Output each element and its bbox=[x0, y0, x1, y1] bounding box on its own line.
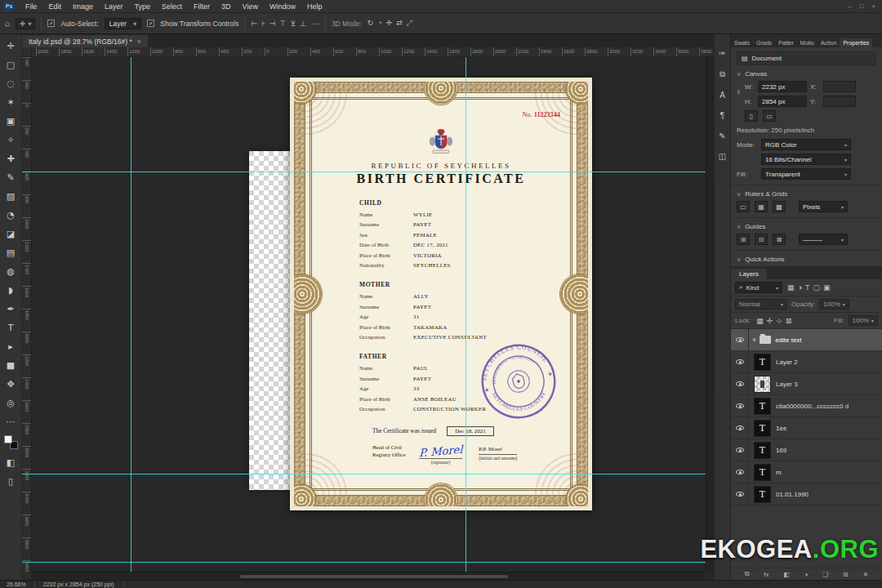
menu-item[interactable]: Window bbox=[264, 0, 301, 13]
link-layers-icon[interactable]: ⧉ bbox=[745, 570, 750, 578]
window-control-button[interactable]: × bbox=[871, 2, 875, 10]
new-layer-icon[interactable]: ⊞ bbox=[843, 571, 849, 578]
guides-section-header[interactable]: ∨ Guides bbox=[737, 223, 876, 230]
auto-select-target-dropdown[interactable]: Layer ▾ bbox=[105, 18, 142, 29]
3d-scale-icon[interactable]: ⤢ bbox=[407, 19, 412, 28]
window-control-button[interactable]: – bbox=[848, 2, 851, 10]
layer-effects-icon[interactable]: fx bbox=[764, 571, 768, 578]
guide-vertical[interactable] bbox=[131, 57, 131, 580]
type-tool[interactable]: T bbox=[1, 318, 20, 337]
quick-actions-section-header[interactable]: ∨ Quick Actions bbox=[737, 256, 876, 263]
layer-row[interactable]: ∨ 169 bbox=[731, 439, 882, 461]
layer-mask-icon[interactable]: ◧ bbox=[783, 571, 790, 578]
fill-field[interactable]: 100% ▾ bbox=[849, 315, 878, 326]
adjustment-layer-icon[interactable]: ◑ bbox=[804, 571, 808, 578]
vertical-scrollbar[interactable] bbox=[706, 57, 714, 572]
rulers-grids-section-header[interactable]: ∨ Rulers & Grids bbox=[737, 190, 876, 198]
menu-item[interactable]: Help bbox=[301, 0, 328, 13]
blur-tool[interactable]: ◍ bbox=[1, 262, 20, 281]
layer-visibility-toggle[interactable] bbox=[731, 329, 749, 350]
show-transform-checkbox[interactable]: ✓ bbox=[147, 20, 154, 27]
color-mode-dropdown[interactable]: RGB Color ▾ bbox=[761, 139, 851, 150]
close-icon[interactable]: × bbox=[137, 38, 141, 46]
grid-toggle-icon[interactable]: ▦ bbox=[755, 201, 768, 212]
add-guide-icon[interactable]: ⊞ bbox=[737, 234, 750, 245]
landscape-orientation-button[interactable]: ▭ bbox=[763, 110, 776, 122]
foreground-color-swatch[interactable] bbox=[4, 435, 12, 443]
history-brush-tool[interactable]: ◔ bbox=[1, 206, 20, 225]
more-options-icon[interactable]: ⋯ bbox=[312, 20, 319, 28]
canvas[interactable]: 4002000200400600800100012001400160018002… bbox=[22, 57, 714, 580]
guide-horizontal[interactable] bbox=[22, 172, 714, 172]
adjustment-filter-icon[interactable]: ◑ bbox=[798, 283, 802, 292]
guide-horizontal[interactable] bbox=[22, 562, 714, 563]
hand-tool[interactable]: ✥ bbox=[1, 375, 20, 394]
menu-item[interactable]: Layer bbox=[99, 0, 129, 13]
3d-roll-icon[interactable]: ◔ bbox=[377, 19, 381, 28]
pen-tool[interactable]: ✒ bbox=[1, 300, 20, 318]
layer-row[interactable]: ∨ Layer 2 bbox=[731, 351, 882, 373]
layer-visibility-toggle[interactable] bbox=[731, 395, 749, 416]
gradient-tool[interactable]: ▤ bbox=[1, 243, 20, 262]
layer-row[interactable]: ∨ edite text bbox=[731, 329, 882, 351]
layer-visibility-toggle[interactable] bbox=[731, 483, 749, 505]
lock-transparency-icon[interactable]: ▦ bbox=[756, 317, 764, 325]
screen-mode-button[interactable]: ▯ bbox=[1, 472, 20, 491]
color-swatches[interactable] bbox=[4, 435, 18, 449]
quick-mask-button[interactable]: ◧ bbox=[1, 453, 20, 472]
portrait-orientation-button[interactable]: ▯ bbox=[745, 110, 758, 122]
crop-tool[interactable]: ▣ bbox=[1, 112, 20, 131]
auto-select-checkbox[interactable]: ✓ bbox=[47, 20, 55, 27]
move-tool-preset[interactable]: ✛ ▾ bbox=[16, 18, 35, 29]
guide-style-dropdown[interactable]: ——— ▾ bbox=[799, 234, 848, 245]
scrollbar-thumb[interactable] bbox=[713, 186, 714, 392]
character-panel-icon[interactable]: A bbox=[719, 91, 725, 100]
group-expand-caret[interactable]: ∨ bbox=[752, 336, 756, 343]
more-tools[interactable]: ⋯ bbox=[1, 412, 20, 431]
link-dimensions-icon[interactable]: ∞ bbox=[735, 90, 742, 95]
shape-filter-icon[interactable]: ▢ bbox=[813, 283, 820, 292]
window-control-button[interactable]: □ bbox=[859, 2, 863, 10]
guide-horizontal[interactable] bbox=[22, 474, 714, 474]
canvas-fill-dropdown[interactable]: Transparent ▾ bbox=[761, 168, 851, 180]
width-field[interactable]: 2232 px bbox=[758, 81, 807, 92]
properties-document-header[interactable]: ▤ Document bbox=[737, 51, 876, 65]
document-tab[interactable]: Italy id.psd @ 28.7% (RGB/16#) * × bbox=[22, 35, 148, 47]
clone-source-icon[interactable]: ⧉ bbox=[719, 69, 725, 79]
align-middle-icon[interactable]: ⊻ bbox=[290, 20, 296, 28]
opacity-field[interactable]: 100% ▾ bbox=[819, 299, 849, 310]
libraries-panel-icon[interactable]: ◫ bbox=[719, 152, 726, 161]
3d-rotate-icon[interactable]: ↻ bbox=[368, 19, 374, 28]
healing-brush-tool[interactable]: ✚ bbox=[1, 149, 20, 168]
new-group-icon[interactable]: ❑ bbox=[822, 571, 828, 578]
blend-mode-dropdown[interactable]: Normal ▾ bbox=[735, 299, 787, 310]
scrollbar-thumb[interactable] bbox=[239, 574, 509, 579]
height-field[interactable]: 2854 px bbox=[758, 96, 807, 107]
path-selection-tool[interactable]: ▸ bbox=[1, 337, 20, 356]
guide-vertical[interactable] bbox=[466, 57, 466, 580]
type-filter-icon[interactable]: T bbox=[805, 283, 810, 292]
panel-tab[interactable]: Action bbox=[817, 38, 840, 47]
panel-tab[interactable]: Motio bbox=[797, 38, 817, 47]
horizontal-scrollbar[interactable] bbox=[32, 572, 706, 580]
tab-layers[interactable]: Layers bbox=[731, 269, 767, 279]
home-icon[interactable]: ⌂ bbox=[5, 19, 10, 28]
align-right-icon[interactable]: ⊣ bbox=[270, 20, 276, 28]
menu-item[interactable]: Edit bbox=[43, 0, 68, 13]
quick-selection-tool[interactable]: ✶ bbox=[1, 93, 20, 112]
zoom-tool[interactable]: ◎ bbox=[1, 394, 20, 412]
status-arrow-icon[interactable]: 〉 bbox=[122, 581, 128, 588]
clear-guides-icon[interactable]: ⊠ bbox=[773, 234, 786, 245]
brush-settings-icon[interactable]: ✑ bbox=[719, 49, 725, 58]
layer-row[interactable]: ∨ cita0000000...ccccccc0 d bbox=[731, 395, 882, 417]
units-dropdown[interactable]: Pixels ▾ bbox=[799, 201, 848, 212]
layer-visibility-toggle[interactable] bbox=[731, 461, 749, 483]
panel-tab[interactable]: Patter bbox=[775, 38, 797, 47]
brush-tool[interactable]: ✎ bbox=[1, 168, 20, 187]
layer-row[interactable]: ∨ 1ee bbox=[731, 417, 882, 439]
eraser-tool[interactable]: ◪ bbox=[1, 225, 20, 243]
grid-snap-icon[interactable]: ▩ bbox=[773, 201, 786, 212]
lock-position-icon[interactable]: ⊹ bbox=[776, 317, 782, 325]
menu-item[interactable]: Select bbox=[156, 0, 188, 13]
3d-drag-icon[interactable]: ✛ bbox=[386, 19, 393, 28]
